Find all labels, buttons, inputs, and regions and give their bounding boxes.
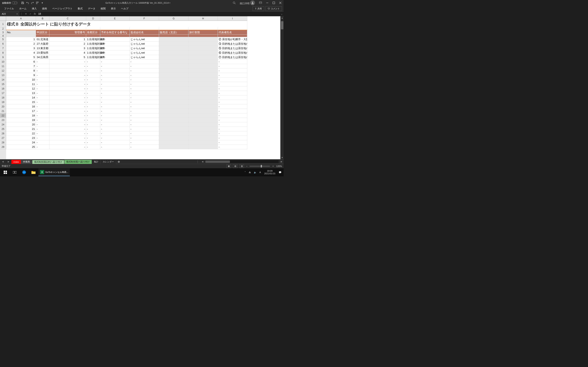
sheet-options-icon[interactable]: ⋮ xyxy=(195,160,200,163)
cell[interactable]: - xyxy=(100,140,130,145)
cell[interactable] xyxy=(159,104,189,109)
tab-insert[interactable]: 挿入 xyxy=(29,6,39,12)
cell[interactable]: - xyxy=(100,64,130,68)
cell[interactable]: - xyxy=(86,91,100,95)
user-account[interactable]: 堀口洋明 xyxy=(238,0,256,6)
sheet-tab-g2[interactable]: 様式B(全国)へ貼り付け xyxy=(64,160,92,164)
cell[interactable] xyxy=(159,64,189,68)
cell[interactable]: - xyxy=(86,95,100,100)
tab-formulas[interactable]: 数式 xyxy=(75,6,85,12)
cell[interactable]: 19 xyxy=(6,118,36,122)
cell[interactable]: - xyxy=(49,118,86,122)
cell[interactable]: - xyxy=(100,82,130,86)
cell[interactable]: - xyxy=(36,100,49,104)
hscroll-left-icon[interactable]: ◀ xyxy=(200,160,205,163)
hdr-res[interactable]: 予約を特定する番号な xyxy=(100,30,130,35)
cell[interactable]: - xyxy=(100,109,130,113)
hdr-dep[interactable]: 発着区分 xyxy=(86,30,100,35)
cell[interactable] xyxy=(159,42,189,46)
share-button[interactable]: ⇪共有 xyxy=(252,6,264,11)
zoom-slider[interactable] xyxy=(250,166,270,167)
cell[interactable]: - xyxy=(36,73,49,77)
cell[interactable]: - xyxy=(100,131,130,136)
formula-input[interactable] xyxy=(37,12,280,15)
row-header[interactable]: 1 xyxy=(0,21,6,27)
cell[interactable]: 1:出発地対象外 xyxy=(86,46,100,50)
cell[interactable]: 6 xyxy=(6,59,36,64)
cell[interactable]: - xyxy=(86,113,100,118)
cell[interactable]: じゃらんnet xyxy=(130,55,159,59)
start-button[interactable] xyxy=(1,168,10,176)
cell[interactable]: - xyxy=(218,122,247,127)
cell[interactable]: - xyxy=(36,118,49,122)
cell[interactable]: 17 xyxy=(6,109,36,113)
cell[interactable] xyxy=(159,127,189,131)
cell[interactable]: - xyxy=(36,136,49,140)
cell[interactable] xyxy=(189,64,218,68)
cell[interactable]: - xyxy=(86,82,100,86)
zoom-level[interactable]: 120% xyxy=(276,165,282,167)
cell[interactable]: - xyxy=(36,91,49,95)
cell[interactable]: - xyxy=(36,113,49,118)
cell[interactable] xyxy=(189,136,218,140)
row-header[interactable]: 7 xyxy=(0,46,6,50)
cell[interactable]: - xyxy=(130,59,159,64)
touch-mode-icon[interactable] xyxy=(35,1,40,5)
cell[interactable]: - xyxy=(130,68,159,73)
cell[interactable] xyxy=(159,77,189,82)
cell[interactable] xyxy=(159,113,189,118)
hdr-no[interactable]: No. xyxy=(6,30,36,35)
zoom-out-icon[interactable]: − xyxy=(246,165,247,167)
sheet-tab-sum[interactable]: 集計 xyxy=(92,160,101,164)
cell[interactable] xyxy=(189,127,218,131)
sheet-tab-index[interactable]: index xyxy=(11,160,21,164)
row-header[interactable]: 2 xyxy=(0,27,6,30)
cell[interactable]: - xyxy=(100,145,130,149)
cell[interactable]: 01:北海道 xyxy=(36,37,49,42)
cell[interactable]: 5 xyxy=(6,55,36,59)
cell[interactable]: - xyxy=(86,86,100,91)
page-layout-view-icon[interactable]: ▤ xyxy=(233,164,237,168)
cell[interactable]: - xyxy=(86,145,100,149)
page-break-view-icon[interactable]: ▧ xyxy=(240,164,244,168)
search-icon[interactable] xyxy=(232,1,237,5)
row-header[interactable]: 28 xyxy=(0,140,6,145)
cell[interactable]: 5 xyxy=(49,55,86,59)
cell[interactable]: - xyxy=(218,104,247,109)
cell[interactable]: - xyxy=(49,100,86,104)
zoom-thumb[interactable] xyxy=(261,165,262,167)
tab-help[interactable]: ヘルプ xyxy=(119,6,131,12)
cell[interactable] xyxy=(189,42,218,46)
row-header[interactable]: 20 xyxy=(0,104,6,109)
cell[interactable]: - xyxy=(49,131,86,136)
cell[interactable]: - xyxy=(100,73,130,77)
cell[interactable]: じゃらんnet xyxy=(130,37,159,42)
row-header[interactable]: 3 xyxy=(0,30,6,35)
cell[interactable]: - xyxy=(130,82,159,86)
cell[interactable] xyxy=(159,86,189,91)
tab-review[interactable]: 校閲 xyxy=(98,6,108,12)
hdr-shop[interactable]: 販売店（支店） xyxy=(159,30,189,35)
cell[interactable]: - xyxy=(86,59,100,64)
cell[interactable]: - xyxy=(49,113,86,118)
cell[interactable]: - xyxy=(49,91,86,95)
cell[interactable]: - xyxy=(100,100,130,104)
cell[interactable] xyxy=(159,122,189,127)
cell[interactable]: 8 xyxy=(6,68,36,73)
cell[interactable]: - xyxy=(86,131,100,136)
cell[interactable]: - xyxy=(86,104,100,109)
sheet-tab-work[interactable]: 作業用 xyxy=(21,160,32,164)
cell[interactable]: 15 xyxy=(6,100,36,104)
hscroll-thumb[interactable] xyxy=(205,160,230,163)
cell[interactable] xyxy=(189,86,218,91)
cell[interactable]: - xyxy=(218,131,247,136)
cell[interactable] xyxy=(189,73,218,77)
notification-icon[interactable]: 💬 xyxy=(277,171,283,174)
cell[interactable]: 34:広島県 xyxy=(36,55,49,59)
sheet-tab-cal[interactable]: カレンダー xyxy=(101,160,116,164)
cell[interactable]: - xyxy=(36,95,49,100)
cell[interactable]: - xyxy=(36,104,49,109)
cell[interactable]: - xyxy=(218,118,247,122)
cell[interactable]: - xyxy=(86,118,100,122)
cell[interactable] xyxy=(189,82,218,86)
